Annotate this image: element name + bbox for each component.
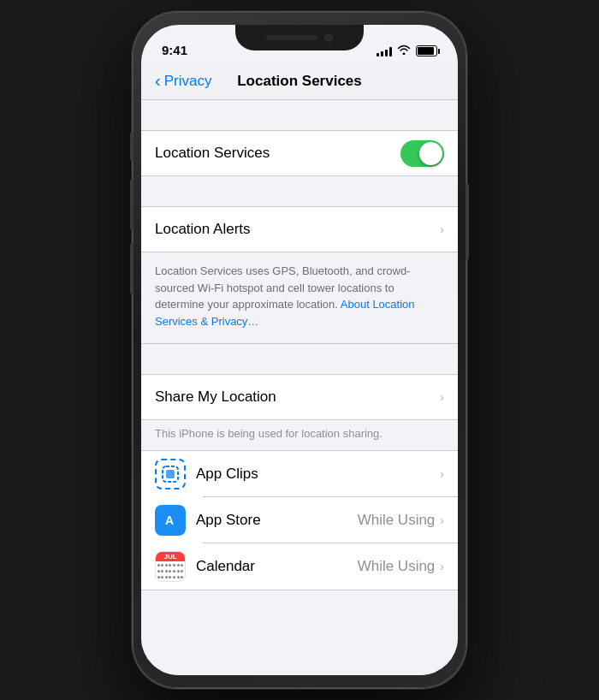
back-button[interactable]: ‹ Privacy xyxy=(155,72,211,91)
svg-rect-1 xyxy=(166,470,175,478)
section-spacer-top xyxy=(141,100,458,130)
share-my-location-chevron-icon: › xyxy=(440,390,444,404)
share-subtitle: This iPhone is being used for location s… xyxy=(141,420,458,450)
app-clips-label: App Clips xyxy=(196,466,440,483)
calendar-chevron-icon: › xyxy=(440,560,444,573)
app-clips-chevron-icon: › xyxy=(440,467,444,481)
svg-text:A: A xyxy=(165,513,174,527)
mute-button xyxy=(130,132,133,161)
location-services-toggle[interactable] xyxy=(400,140,444,167)
calendar-header: JUL xyxy=(156,552,185,561)
signal-icon xyxy=(377,46,392,56)
app-clips-icon xyxy=(155,459,186,489)
power-button xyxy=(466,183,469,260)
app-clips-row[interactable]: App Clips › xyxy=(141,451,458,497)
app-store-chevron-icon: › xyxy=(440,513,444,527)
calendar-icon: JUL xyxy=(155,551,186,582)
share-location-section: Share My Location › This iPhone is being… xyxy=(141,374,458,450)
notch xyxy=(235,25,364,50)
battery-fill xyxy=(418,47,434,55)
share-my-location-row[interactable]: Share My Location › xyxy=(141,375,458,419)
content-area: Location Services Location Alerts › Loca… xyxy=(141,100,458,675)
volume-down-button xyxy=(130,243,133,294)
calendar-row[interactable]: JUL Calendar While Using › xyxy=(141,543,458,590)
app-store-icon: A xyxy=(155,505,186,536)
section-spacer-alerts xyxy=(141,176,458,206)
share-my-location-label: Share My Location xyxy=(155,389,440,406)
back-chevron-icon: ‹ xyxy=(155,71,161,91)
app-store-row[interactable]: A App Store While Using › xyxy=(141,497,458,543)
wifi-icon xyxy=(397,44,411,57)
back-label: Privacy xyxy=(164,73,212,90)
toggle-knob xyxy=(419,142,442,165)
location-services-label: Location Services xyxy=(155,145,400,162)
location-alerts-row[interactable]: Location Alerts › xyxy=(141,207,458,252)
info-text: Location Services uses GPS, Bluetooth, a… xyxy=(155,264,415,328)
calendar-label: Calendar xyxy=(196,558,358,575)
camera xyxy=(324,33,333,42)
battery-icon xyxy=(416,45,437,56)
status-time: 9:41 xyxy=(162,43,187,59)
location-services-row: Location Services xyxy=(141,131,458,175)
location-alerts-section: Location Alerts › xyxy=(141,206,458,252)
speaker xyxy=(266,35,317,40)
status-icons xyxy=(377,44,437,59)
volume-up-button xyxy=(130,179,133,230)
calendar-body xyxy=(156,561,185,581)
app-store-label: App Store xyxy=(196,512,358,529)
navigation-bar: ‹ Privacy Location Services xyxy=(141,62,458,100)
location-services-section: Location Services xyxy=(141,130,458,176)
app-store-value: While Using xyxy=(358,512,436,529)
info-section: Location Services uses GPS, Bluetooth, a… xyxy=(141,252,458,344)
location-alerts-chevron-icon: › xyxy=(440,222,444,236)
share-location-list: Share My Location › xyxy=(141,374,458,420)
page-title: Location Services xyxy=(237,73,362,90)
phone-screen: 9:41 xyxy=(141,25,458,675)
calendar-value: While Using xyxy=(358,558,436,575)
location-alerts-label: Location Alerts xyxy=(155,221,440,238)
phone-frame: 9:41 xyxy=(133,12,466,688)
apps-section: App Clips › A App Store While Using › xyxy=(141,450,458,590)
